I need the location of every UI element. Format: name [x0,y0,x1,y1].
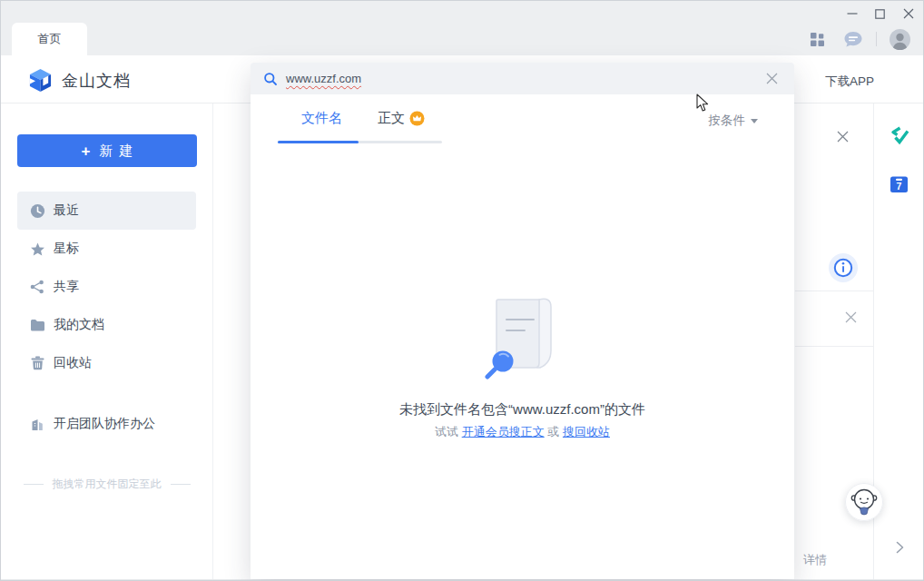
sidebar-item-shared[interactable]: 共享 [17,268,196,306]
empty-state-illustration [483,296,563,382]
hint-try-text: 试试 [435,425,458,438]
close-button[interactable] [894,3,922,25]
clear-search-button[interactable] [766,73,778,84]
hint-or-text: 或 [547,425,559,438]
todo-app-button[interactable] [889,125,910,147]
tab-filename[interactable]: 文件名 [301,110,342,127]
sidebar-item-label: 开启团队协作办公 [54,416,155,432]
sidebar-item-label: 最近 [54,202,79,219]
hint-dash-right [171,484,191,485]
app-title: 金山文档 [62,70,131,92]
sidebar-item-recycle-bin[interactable]: 回收站 [17,344,196,382]
folder-icon [28,319,46,332]
account-divider [876,32,877,46]
expand-rail-button[interactable] [893,541,906,554]
pin-hint-label: 拖拽常用文件固定至此 [53,477,162,492]
tab-home-label: 首页 [38,31,62,47]
search-icon [263,72,278,86]
caret-down-icon [751,119,758,123]
close-icon [903,8,914,19]
minimize-button[interactable] [838,3,866,25]
todo-check-icon [889,125,910,147]
tab-fulltext-label: 正文 [378,110,405,127]
kdocs-cube-icon [28,68,53,93]
search-recycle-bin-link[interactable]: 搜回收站 [563,425,610,438]
empty-state-title: 未找到文件名包含“www.uzzf.com”的文件 [251,401,794,419]
panel-divider [795,290,873,291]
sidebar-item-label: 星标 [54,241,79,257]
svg-text:7: 7 [897,181,902,192]
download-app-button[interactable]: 下载APP [825,74,874,90]
banner-close-button[interactable] [837,131,849,143]
mascot-icon [845,483,883,521]
empty-state-hint: 试试 开通会员搜正文 或 搜回收站 [251,424,794,440]
search-overlay: www.uzzf.com 文件名 正文 按条件 [251,63,794,579]
search-fulltext-link[interactable]: 开通会员搜正文 [462,425,545,438]
sidebar-item-team-collaboration[interactable]: 开启团队协作办公 [17,405,196,443]
sidebar-item-label: 共享 [54,279,79,295]
assistant-mascot-button[interactable] [845,483,883,521]
tab-active-indicator [278,141,359,143]
sidebar-item-label: 回收站 [54,355,92,371]
tab-indicator-track [278,141,442,143]
tab-home[interactable]: 首页 [12,23,87,55]
sidebar-item-label: 我的文档 [54,317,104,333]
panel-divider [795,346,873,347]
sidebar-item-my-documents[interactable]: 我的文档 [17,306,196,344]
feedback-chat-icon[interactable] [843,31,863,48]
apps-grid-icon[interactable] [810,32,825,47]
calendar-app-button[interactable]: 7 [890,175,909,193]
clock-icon [28,203,46,219]
maximize-button[interactable] [866,3,894,25]
sidebar-divider [212,103,213,579]
hint-dash-left [24,484,44,485]
chevron-right-icon [893,541,906,554]
search-input[interactable]: www.uzzf.com [251,63,794,94]
star-icon [28,241,46,257]
new-button-label: 新建 [99,143,139,160]
app-logo: 金山文档 [28,68,131,93]
filter-label: 按条件 [709,113,746,129]
info-icon [828,252,859,283]
info-button[interactable] [828,252,859,283]
tab-fulltext[interactable]: 正文 [378,110,425,127]
share-icon [28,280,46,294]
details-toggle[interactable]: 详情 [803,552,827,568]
close-icon [845,311,857,323]
pin-files-hint: 拖拽常用文件固定至此 [1,477,212,492]
avatar[interactable] [890,29,910,50]
sidebar-item-starred[interactable]: 星标 [17,230,196,268]
search-results-panel: 文件名 正文 按条件 [251,94,794,579]
building-icon [28,417,46,431]
minimize-icon [847,8,858,19]
maximize-icon [875,9,885,19]
document-search-illustration-icon [483,296,563,379]
filter-by-condition-button[interactable]: 按条件 [709,113,759,129]
sidebar-item-recent[interactable]: 最近 [17,192,196,230]
new-document-button[interactable]: + 新建 [17,134,197,167]
close-icon [766,73,778,84]
close-icon [837,131,849,143]
search-query-text: www.uzzf.com [286,72,361,85]
app-window: 首页 [0,0,924,581]
calendar-7-icon: 7 [890,175,909,193]
vip-crown-badge-icon [409,111,425,126]
card-close-button[interactable] [845,311,857,323]
plus-icon: + [82,143,91,159]
title-bar: 首页 [1,1,924,55]
trash-icon [28,356,46,370]
